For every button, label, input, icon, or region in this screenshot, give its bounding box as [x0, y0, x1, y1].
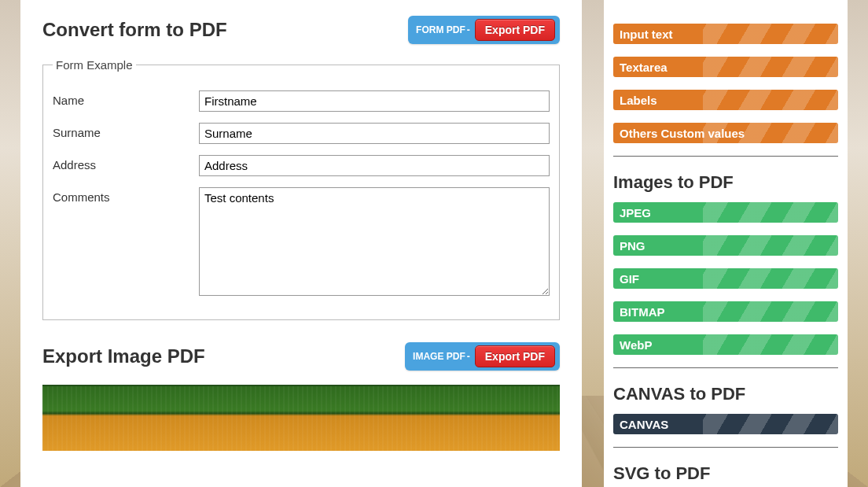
input-address[interactable] — [199, 155, 550, 176]
row-address: Address — [53, 155, 550, 176]
export-image-pdf-button[interactable]: Export PDF — [475, 345, 555, 367]
form-example-fieldset: Form Example Name Surname Address Commen… — [42, 58, 560, 320]
divider-2 — [613, 367, 838, 368]
sidebar: Input text Textarea Labels Others Custom… — [604, 0, 848, 487]
image-title-row: Export Image PDF IMAGE PDF - Export PDF — [42, 342, 560, 371]
sidebar-item-png[interactable]: PNG — [613, 235, 838, 256]
sidebar-item-canvas[interactable]: CANVAS — [613, 414, 838, 434]
demo-image — [42, 385, 560, 451]
image-pdf-pill: IMAGE PDF - Export PDF — [405, 342, 560, 371]
input-surname[interactable] — [199, 123, 550, 144]
form-pdf-pill: FORM PDF - Export PDF — [408, 16, 560, 44]
sidebar-item-webp[interactable]: WebP — [613, 334, 838, 355]
divider-3 — [613, 447, 838, 448]
sidebar-item-bitmap[interactable]: BITMAP — [613, 301, 838, 322]
convert-title: Convert form to PDF — [42, 19, 227, 41]
label-address: Address — [53, 155, 199, 172]
row-surname: Surname — [53, 123, 550, 144]
convert-title-row: Convert form to PDF FORM PDF - Export PD… — [42, 16, 560, 44]
input-name[interactable] — [199, 90, 550, 112]
main-column: Convert form to PDF FORM PDF - Export PD… — [20, 0, 582, 487]
image-pdf-pill-label: IMAGE PDF — [413, 351, 465, 362]
divider-1 — [613, 156, 838, 157]
label-name: Name — [53, 90, 199, 107]
canvas-to-pdf-heading: CANVAS to PDF — [613, 384, 838, 404]
row-name: Name — [53, 90, 550, 112]
form-pdf-pill-label: FORM PDF — [416, 24, 465, 35]
pill-dash: - — [467, 24, 470, 35]
sidebar-item-custom-values[interactable]: Others Custom values — [613, 123, 838, 143]
pill-dash-2: - — [467, 351, 470, 362]
export-form-pdf-button[interactable]: Export PDF — [475, 19, 555, 41]
image-title: Export Image PDF — [42, 345, 205, 367]
form-legend: Form Example — [53, 58, 136, 72]
sidebar-item-input-text[interactable]: Input text — [613, 24, 838, 44]
sidebar-item-jpeg[interactable]: JPEG — [613, 202, 838, 223]
sidebar-item-gif[interactable]: GIF — [613, 268, 838, 289]
sidebar-item-textarea[interactable]: Textarea — [613, 57, 838, 77]
label-comments: Comments — [53, 187, 199, 204]
label-surname: Surname — [53, 123, 199, 139]
images-to-pdf-heading: Images to PDF — [613, 172, 838, 193]
textarea-comments[interactable] — [199, 187, 550, 296]
sidebar-item-labels[interactable]: Labels — [613, 90, 838, 110]
row-comments: Comments — [53, 187, 550, 296]
svg-to-pdf-heading: SVG to PDF — [613, 463, 838, 484]
